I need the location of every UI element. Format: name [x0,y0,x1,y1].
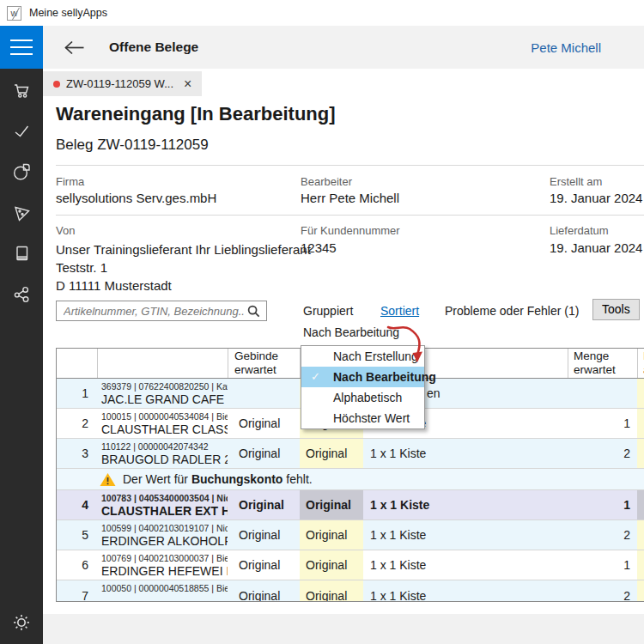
gebinde-erwartet-cell: Original [228,439,300,468]
document-tab[interactable]: ZW-0119-112059 W... × [43,71,202,96]
window-titlebar: w Meine sellyApps [0,0,644,26]
article-meta: 100769 | 04002103000037 | Bier... [101,553,228,564]
menge-angenommen-cell[interactable] [637,439,644,468]
einheiten-cell: 1 x 1 Kiste [363,490,568,519]
article-cell: 100050 | 00000040518855 | Bier... [97,580,228,602]
search-input[interactable] [57,305,247,318]
row-number: 1 [57,379,97,408]
menge-erwartet-cell: 1 [568,490,637,519]
menge-angenommen-cell[interactable] [637,580,644,602]
gebinde-erwartet-cell [228,379,300,408]
row-number: 4 [57,490,97,519]
tab-close-icon[interactable]: × [184,77,191,91]
article-meta: 100015 | 00000040534084 | Bier... [101,411,228,422]
erstellt-am-value: 19. Januar 2024 11:20 [550,191,644,205]
row-number: 3 [57,439,97,468]
menu-item-hoechster-wert[interactable]: Höchster Wert [301,408,424,428]
search-icon[interactable] [247,305,260,318]
menge-angenommen-cell[interactable] [637,550,644,580]
table-row-selected[interactable]: 4 100783 | 04053400003504 | Nich... CLAU… [57,490,644,520]
sortiert-toggle[interactable]: Sortiert [380,304,419,318]
back-arrow-icon[interactable] [62,38,85,58]
menu-item-nach-bearbeitung[interactable]: ✓ Nach Bearbeitung [301,367,424,387]
window-title: Meine sellyApps [29,7,107,19]
menge-erwartet-cell: 2 [568,520,637,550]
gebinde-angenommen-cell[interactable]: Original [300,550,363,580]
table-row[interactable]: 3 110122 | 00000042074342 BRAUGOLD RADLE… [57,439,644,469]
sort-value-dropdown-trigger[interactable]: Nach Bearbeitung [303,325,399,339]
shopping-cart-icon[interactable] [0,71,43,109]
pie-chart-icon[interactable] [0,153,43,191]
warning-triangle-icon [100,472,116,487]
sort-dropdown-menu: Nach Erstellung ✓ Nach Bearbeitung Alpha… [301,345,425,429]
einheiten-cell: 1 x 1 Kiste [363,520,568,550]
col-header-num [57,349,97,378]
settings-gear-icon[interactable] [0,604,43,641]
row-number: 7 [57,580,97,602]
gebinde-erwartet-cell: Original [228,490,300,519]
divider [56,165,644,166]
sidebar [0,26,43,644]
article-meta: 100783 | 04053400003504 | Nich... [101,493,228,504]
user-name-link[interactable]: Pete Michell [531,40,601,55]
einheiten-cell: 1 x 1 Kiste [363,550,568,580]
footer-strip [43,614,644,644]
einheiten-cell: 1 x 1 Kiste [363,580,568,602]
divider [56,215,644,216]
row-number: 2 [57,409,97,438]
bearbeiter-label: Bearbeiter [301,175,352,188]
col-header-article [97,349,228,378]
app-logo-icon: w [7,6,21,21]
article-cell: 100783 | 04053400003504 | Nich... CLAUST… [97,490,228,519]
hamburger-menu-icon[interactable] [0,26,43,69]
pizza-slice-icon[interactable] [0,194,43,232]
article-cell: 100769 | 04002103000037 | Bier... ERDING… [97,550,228,580]
lieferdatum-value: 19. Januar 2024 [550,240,642,255]
menge-angenommen-cell[interactable] [637,490,644,519]
menge-erwartet-cell: 2 [568,439,637,468]
kundennummer-label: Für Kundennummer [301,224,400,237]
share-network-icon[interactable] [0,276,43,313]
app-window: w Meine sellyApps Offene Belege [0,0,644,644]
gebinde-angenommen-cell[interactable]: Original [300,580,363,602]
table-row[interactable]: 7 100050 | 00000040518855 | Bier... Orig… [57,580,644,602]
article-name: BRAUGOLD RADLER 20X... [101,453,228,467]
menge-angenommen-cell[interactable] [637,520,644,550]
table-row[interactable]: 5 100599 | 04002103019107 | Nich... ERDI… [57,520,644,550]
erstellt-am-label: Erstellt am [550,175,602,188]
table-row[interactable]: 6 100769 | 04002103000037 | Bier... ERDI… [57,550,644,580]
firma-label: Firma [56,175,84,188]
unsaved-dot-icon [53,81,60,88]
von-value: Unser Trainingslieferant Ihr Lieblingsli… [56,240,311,295]
book-icon[interactable] [0,234,43,272]
firma-value: sellysolutions Serv.ges.mbH [56,191,216,205]
col-header-menge-erwartet: Menge erwartet [568,349,637,378]
page-header: Offene Belege Pete Michell [43,26,644,69]
article-meta: 110122 | 00000042074342 [101,441,228,453]
col-header-gebinde-erwartet: Gebinde erwartet [228,349,300,378]
gebinde-angenommen-cell[interactable]: Original [300,439,363,468]
checkmark-icon: ✓ [311,370,320,383]
gruppiert-toggle[interactable]: Gruppiert [303,304,353,318]
article-meta: 369379 | 07622400820250 | Kaff... [101,381,228,392]
probleme-filter[interactable]: Probleme oder Fehler (1) [445,304,579,318]
menge-angenommen-cell[interactable] [637,409,644,438]
menge-erwartet-cell: 1 [568,409,637,438]
article-name: CLAUSTHALER EXT HER... [101,504,228,519]
kundennummer-value: 12345 [301,240,337,255]
gebinde-angenommen-cell[interactable]: Original [300,490,363,519]
article-name: CLAUSTHALER CLASSIC2... [101,422,228,437]
menu-item-nach-erstellung[interactable]: Nach Erstellung [301,346,424,367]
search-box[interactable] [56,301,267,321]
menge-angenommen-cell[interactable] [637,379,644,408]
gebinde-erwartet-cell: Original [228,520,300,550]
gebinde-angenommen-cell[interactable]: Original [300,520,363,550]
menu-item-alphabetisch[interactable]: Alphabetisch [301,387,424,408]
tools-button[interactable]: Tools [592,299,640,320]
document-title: Wareneingang [In Bearbeitung] [56,103,336,125]
page-header-title: Offene Belege [109,39,198,55]
menge-erwartet-cell: 1 [568,550,637,580]
row-warning: Der Wert für Buchungskonto fehlt. [57,469,644,490]
tab-label: ZW-0119-112059 W... [66,77,173,90]
checkmark-icon[interactable] [0,112,43,149]
